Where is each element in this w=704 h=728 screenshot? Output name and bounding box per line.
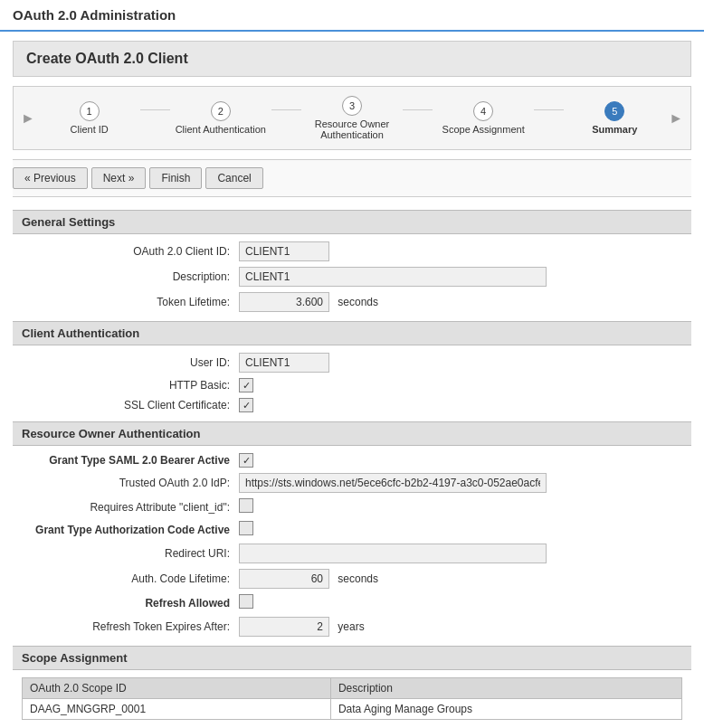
wizard-step-3[interactable]: 3 Resource Owner Authentication bbox=[301, 96, 403, 140]
client-id-input[interactable] bbox=[239, 241, 329, 261]
saml-checkbox[interactable] bbox=[239, 453, 253, 468]
refresh-allowed-value bbox=[239, 594, 682, 611]
auth-code-lifetime-label: Auth. Code Lifetime: bbox=[22, 572, 239, 585]
scope-table: OAuth 2.0 Scope ID Description DAAG_MNGG… bbox=[22, 677, 682, 720]
wizard-step-1[interactable]: 1 Client ID bbox=[39, 101, 140, 135]
top-cancel-button[interactable]: Cancel bbox=[205, 167, 262, 189]
trusted-idp-input[interactable] bbox=[239, 473, 547, 493]
general-settings-header: General Settings bbox=[13, 210, 691, 234]
ssl-cert-value bbox=[239, 398, 682, 412]
description-value bbox=[239, 267, 682, 287]
ssl-cert-row: SSL Client Certificate: bbox=[13, 398, 691, 412]
auth-code-checkbox[interactable] bbox=[239, 521, 253, 535]
wizard-start-arrow: ► bbox=[21, 110, 35, 127]
token-lifetime-label: Token Lifetime: bbox=[22, 296, 239, 308]
top-previous-button[interactable]: « Previous bbox=[13, 167, 88, 189]
token-lifetime-row: Token Lifetime: seconds bbox=[13, 292, 691, 312]
refresh-expires-suffix: years bbox=[338, 620, 364, 633]
auth-code-lifetime-suffix: seconds bbox=[338, 572, 378, 585]
auth-code-value bbox=[239, 521, 682, 538]
client-id-label: OAuth 2.0 Client ID: bbox=[22, 245, 239, 258]
http-basic-row: HTTP Basic: bbox=[13, 378, 691, 392]
saml-row: Grant Type SAML 2.0 Bearer Active bbox=[13, 453, 691, 468]
refresh-expires-row: Refresh Token Expires After: years bbox=[13, 617, 691, 637]
auth-code-lifetime-value: seconds bbox=[239, 569, 682, 589]
trusted-idp-value bbox=[239, 473, 682, 493]
scope-col2-header: Description bbox=[330, 678, 681, 699]
top-next-button[interactable]: Next » bbox=[91, 167, 147, 189]
description-input[interactable] bbox=[239, 267, 547, 287]
resource-owner-header: Resource Owner Authentication bbox=[13, 421, 691, 446]
top-finish-button[interactable]: Finish bbox=[149, 167, 202, 189]
wizard-step-5-label: Summary bbox=[592, 124, 637, 135]
ssl-cert-label: SSL Client Certificate: bbox=[22, 399, 239, 411]
http-basic-checkbox[interactable] bbox=[239, 378, 253, 392]
wizard-step-4-label: Scope Assignment bbox=[442, 124, 525, 135]
wizard-step-3-number: 3 bbox=[342, 96, 362, 116]
redirect-uri-input[interactable] bbox=[239, 544, 547, 563]
wizard-step-3-label: Resource Owner Authentication bbox=[301, 118, 403, 140]
wizard-step-2-number: 2 bbox=[211, 101, 231, 121]
refresh-expires-value: years bbox=[239, 617, 682, 637]
auth-code-lifetime-row: Auth. Code Lifetime: seconds bbox=[13, 569, 691, 589]
refresh-expires-input[interactable] bbox=[239, 617, 329, 637]
client-auth-header: Client Authentication bbox=[13, 321, 691, 345]
wizard-step-4[interactable]: 4 Scope Assignment bbox=[433, 101, 534, 135]
wizard-step-5-number: 5 bbox=[604, 101, 624, 121]
page-title: OAuth 2.0 Administration bbox=[0, 0, 704, 32]
client-id-row: OAuth 2.0 Client ID: bbox=[13, 241, 691, 261]
redirect-uri-value bbox=[239, 544, 682, 563]
wizard-step-2-label: Client Authentication bbox=[176, 124, 266, 135]
wizard-connector-3 bbox=[403, 109, 433, 110]
auth-code-label: Grant Type Authorization Code Active bbox=[22, 524, 239, 536]
wizard-end-arrow: ► bbox=[669, 110, 683, 127]
wizard-connector-4 bbox=[534, 109, 565, 110]
wizard-step-4-number: 4 bbox=[473, 101, 493, 121]
requires-attr-label: Requires Attribute "client_id": bbox=[22, 501, 239, 514]
scope-id-cell: DAAG_MNGGRP_0001 bbox=[23, 699, 331, 720]
scope-col1-header: OAuth 2.0 Scope ID bbox=[23, 678, 331, 699]
http-basic-value bbox=[239, 378, 682, 392]
wizard-step-1-number: 1 bbox=[80, 101, 100, 121]
refresh-allowed-row: Refresh Allowed bbox=[13, 594, 691, 611]
trusted-idp-row: Trusted OAuth 2.0 IdP: bbox=[13, 473, 691, 493]
user-id-input[interactable] bbox=[239, 353, 329, 373]
saml-value bbox=[239, 453, 682, 468]
token-lifetime-value: seconds bbox=[239, 292, 682, 312]
refresh-allowed-checkbox[interactable] bbox=[239, 594, 253, 609]
refresh-allowed-label: Refresh Allowed bbox=[22, 597, 239, 610]
auth-code-row: Grant Type Authorization Code Active bbox=[13, 521, 691, 538]
wizard-connector-1 bbox=[140, 109, 171, 110]
user-id-label: User ID: bbox=[22, 356, 239, 369]
wizard-step-2[interactable]: 2 Client Authentication bbox=[170, 101, 271, 135]
wizard-steps: ► 1 Client ID 2 Client Authentication 3 … bbox=[13, 86, 691, 150]
table-row: DAAG_MNGGRP_0001 Data Aging Manage Group… bbox=[23, 699, 682, 720]
requires-attr-row: Requires Attribute "client_id": bbox=[13, 498, 691, 515]
wizard-step-5[interactable]: 5 Summary bbox=[564, 101, 665, 135]
saml-label: Grant Type SAML 2.0 Bearer Active bbox=[22, 454, 239, 467]
redirect-uri-row: Redirect URI: bbox=[13, 544, 691, 563]
scope-desc-cell: Data Aging Manage Groups bbox=[330, 699, 681, 720]
user-id-value bbox=[239, 353, 682, 373]
token-lifetime-suffix: seconds bbox=[338, 296, 378, 308]
create-header: Create OAuth 2.0 Client bbox=[13, 41, 691, 77]
http-basic-label: HTTP Basic: bbox=[22, 379, 239, 392]
requires-attr-value bbox=[239, 498, 682, 515]
client-id-value bbox=[239, 241, 682, 261]
description-row: Description: bbox=[13, 267, 691, 287]
top-toolbar: « Previous Next » Finish Cancel bbox=[13, 159, 691, 197]
trusted-idp-label: Trusted OAuth 2.0 IdP: bbox=[22, 477, 239, 489]
wizard-connector-2 bbox=[271, 109, 302, 110]
scope-assignment-header: Scope Assignment bbox=[13, 646, 691, 670]
refresh-expires-label: Refresh Token Expires After: bbox=[22, 620, 239, 633]
wizard-step-1-label: Client ID bbox=[71, 124, 109, 135]
ssl-cert-checkbox[interactable] bbox=[239, 398, 253, 412]
auth-code-lifetime-input[interactable] bbox=[239, 569, 329, 589]
user-id-row: User ID: bbox=[13, 353, 691, 373]
description-label: Description: bbox=[22, 270, 239, 283]
redirect-uri-label: Redirect URI: bbox=[22, 547, 239, 560]
requires-attr-checkbox[interactable] bbox=[239, 498, 253, 513]
token-lifetime-input[interactable] bbox=[239, 292, 329, 312]
